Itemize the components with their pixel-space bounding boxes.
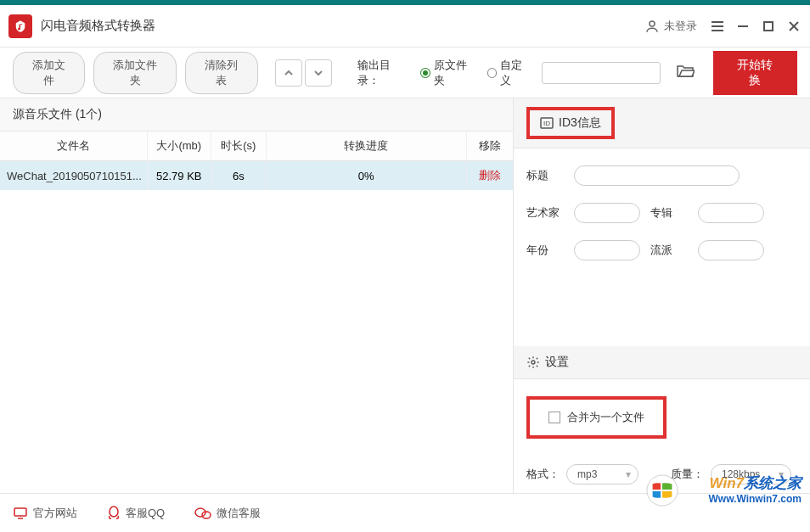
app-title: 闪电音频格式转换器 [41,18,644,34]
clear-list-button[interactable]: 清除列表 [185,52,257,94]
menu-icon[interactable] [710,19,725,34]
merge-option[interactable]: 合并为一个文件 [526,396,667,439]
output-custom-radio[interactable]: 自定义 [487,58,533,88]
title-bar: 闪电音频格式转换器 未登录 [0,5,810,48]
title-input[interactable] [574,165,740,186]
svg-rect-11 [14,508,26,516]
move-up-button[interactable] [275,59,302,87]
col-filename: 文件名 [0,132,147,161]
col-size: 大小(mb) [147,132,211,161]
svg-point-16 [647,475,678,506]
qq-support-link[interactable]: 客服QQ [107,506,165,521]
id-icon: ID [540,117,554,129]
official-site-link[interactable]: 官方网站 [13,506,77,521]
user-icon [644,19,660,34]
monitor-icon [13,507,28,520]
svg-point-13 [110,507,118,517]
file-table: 文件名 大小(mb) 时长(s) 转换进度 移除 WeChat_20190507… [0,131,513,190]
svg-rect-5 [764,22,773,31]
login-label: 未登录 [664,19,697,34]
album-label: 专辑 [650,205,688,221]
merge-checkbox[interactable] [548,412,560,423]
settings-section-header: 设置 [514,346,810,379]
artist-label: 艺术家 [526,205,564,221]
footer: 官方网站 客服QQ 微信客服 [0,493,810,532]
col-duration: 时长(s) [211,132,266,161]
close-icon[interactable] [786,19,802,34]
svg-point-15 [202,512,211,518]
minimize-icon[interactable] [735,19,751,34]
side-panel: ID ID3信息 标题 艺术家 专辑 年份 流派 [514,98,810,493]
login-button[interactable]: 未登录 [644,19,697,34]
app-logo-icon [8,14,32,38]
toolbar: 添加文件 添加文件夹 清除列表 输出目录： 原文件夹 自定义 开始转换 [0,48,810,98]
cell-size: 52.79 KB [147,161,211,191]
year-input[interactable] [574,240,640,260]
browse-folder-icon[interactable] [676,64,695,82]
file-list-panel: 源音乐文件 (1个) 文件名 大小(mb) 时长(s) 转换进度 移除 WeCh… [0,98,514,493]
genre-input[interactable] [698,240,764,260]
move-down-button[interactable] [305,59,332,87]
cell-duration: 6s [211,161,266,191]
genre-label: 流派 [650,243,688,258]
merge-label: 合并为一个文件 [567,410,644,425]
add-folder-button[interactable]: 添加文件夹 [93,52,177,94]
svg-point-0 [650,21,655,26]
start-convert-button[interactable]: 开始转换 [713,51,797,95]
svg-text:ID: ID [543,120,550,127]
cell-progress: 0% [266,161,466,191]
cell-filename: WeChat_2019050710151... [0,161,147,191]
format-label: 格式： [526,467,560,482]
penguin-icon [107,506,121,521]
title-label: 标题 [526,168,564,183]
artist-input[interactable] [574,203,640,223]
gear-icon [526,356,540,369]
add-file-button[interactable]: 添加文件 [13,52,85,94]
svg-point-10 [532,361,535,364]
source-files-header: 源音乐文件 (1个) [0,98,513,131]
windows-logo-icon [646,474,678,507]
col-remove: 移除 [466,132,513,161]
album-input[interactable] [698,203,764,223]
output-original-radio[interactable]: 原文件夹 [420,58,477,88]
maximize-icon[interactable] [761,19,776,34]
output-path-input[interactable] [542,62,661,84]
window-controls [710,19,802,34]
delete-link[interactable]: 删除 [479,169,501,182]
watermark: Win7系统之家 Www.Winwin7.com [709,473,802,505]
wechat-icon [194,507,211,520]
col-progress: 转换进度 [266,132,466,161]
format-select[interactable]: mp3 [566,464,638,484]
id3-section-header: ID ID3信息 [514,98,810,148]
table-row[interactable]: WeChat_2019050710151... 52.79 KB 6s 0% 删… [0,161,513,191]
wechat-support-link[interactable]: 微信客服 [194,506,261,521]
id3-header-label: ID3信息 [559,115,601,131]
output-dir-label: 输出目录： [357,58,412,88]
year-label: 年份 [526,243,564,258]
settings-header-label: 设置 [545,355,569,370]
